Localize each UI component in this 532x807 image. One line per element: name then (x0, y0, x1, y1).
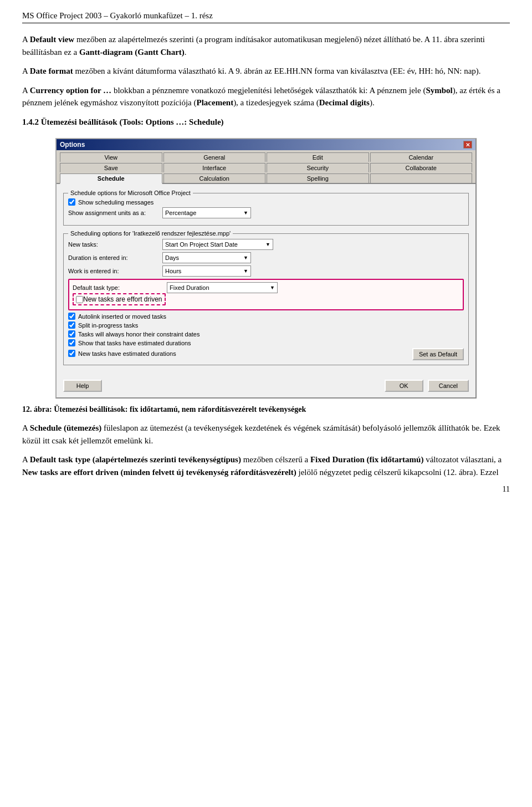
new-tasks-dropdown[interactable]: Start On Project Start Date ▼ (162, 239, 273, 250)
split-inprogress-checkbox[interactable] (68, 321, 75, 329)
dialog-wrapper: Options ✕ View General Edit Calendar Sav… (22, 138, 510, 399)
show-estimated-checkbox[interactable] (68, 339, 75, 346)
tab-spelling[interactable]: Spelling (267, 173, 369, 183)
tab-calculation[interactable]: Calculation (163, 173, 266, 183)
tab-collaborate[interactable]: Collaborate (370, 163, 473, 172)
page-title: MS Office Project 2003 – Gyakorló munkaf… (22, 11, 213, 20)
show-scheduling-messages-checkbox[interactable] (68, 198, 75, 206)
duration-dropdown[interactable]: Days ▼ (162, 252, 251, 263)
work-dropdown[interactable]: Hours ▼ (162, 265, 251, 277)
figure-caption: 12. ábra: Ütemezési beállítások: fix idő… (22, 405, 510, 414)
dialog-tabs: View General Edit Calendar Save Interfac… (57, 150, 475, 184)
paragraph-2: A Date format mezőben a kívánt dátumform… (22, 65, 510, 78)
duration-row: Duration is entered in: Days ▼ (68, 252, 464, 263)
autolink-row: Autolink inserted or moved tasks (68, 313, 464, 320)
dialog-footer: Help OK Cancel (57, 375, 475, 397)
section1-legend: Schedule options for Microsoft Office Pr… (68, 190, 193, 196)
new-tasks-arrow: ▼ (265, 242, 270, 247)
autolink-checkbox[interactable] (68, 313, 75, 320)
new-tasks-value: Start On Project Start Date (165, 241, 238, 248)
cancel-button[interactable]: Cancel (428, 380, 469, 392)
tab-general[interactable]: General (163, 152, 266, 162)
paragraph-default-task: A Default task type (alapértelmezés szer… (22, 453, 510, 478)
section-global-options: Schedule options for Microsoft Office Pr… (63, 190, 469, 226)
page-number: 11 (22, 485, 510, 494)
options-dialog: Options ✕ View General Edit Calendar Sav… (55, 138, 477, 399)
default-task-type-dropdown[interactable]: Fixed Duration ▼ (167, 282, 278, 293)
tab-schedule[interactable]: Schedule (60, 173, 162, 184)
autolink-label: Autolink inserted or moved tasks (78, 313, 166, 320)
footer-right-buttons: OK Cancel (385, 380, 469, 392)
assignment-units-arrow: ▼ (243, 210, 248, 216)
assignment-units-dropdown[interactable]: Percentage ▼ (162, 207, 251, 218)
new-tasks-estimated-checkbox[interactable] (68, 350, 75, 357)
split-inprogress-row: Split in-progress tasks (68, 321, 464, 329)
dialog-title: Options (60, 141, 85, 149)
default-task-type-value: Fixed Duration (170, 284, 209, 291)
dialog-titlebar: Options ✕ (57, 139, 475, 150)
ok-button[interactable]: OK (385, 380, 423, 392)
tab-interface[interactable]: Interface (163, 163, 266, 172)
new-tasks-label: New tasks: (68, 241, 162, 248)
tab-empty (370, 173, 473, 183)
default-task-type-highlighted: Default task type: Fixed Duration ▼ New … (68, 279, 464, 310)
tab-save[interactable]: Save (60, 163, 162, 172)
set-as-default-button[interactable]: Set as Default (412, 348, 464, 360)
work-arrow: ▼ (243, 268, 248, 274)
new-tasks-estimated-row: New tasks have estimated durations (68, 350, 176, 357)
work-label: Work is entered in: (68, 268, 162, 274)
show-estimated-label: Show that tasks have estimated durations (78, 340, 191, 346)
paragraph-1: A Default view mezőben az alapértelmezés… (22, 33, 510, 58)
assignment-units-value: Percentage (165, 210, 196, 216)
show-estimated-row: Show that tasks have estimated durations (68, 339, 464, 346)
section-project-options: Scheduling options for 'Iratkezelő rends… (63, 230, 469, 365)
assignment-units-label: Show assignment units as a: (68, 210, 162, 216)
dialog-body: Schedule options for Microsoft Office Pr… (57, 184, 475, 375)
section2-legend: Scheduling options for 'Iratkezelő rends… (68, 230, 233, 237)
honor-constraint-label: Tasks will always honor their constraint… (78, 331, 200, 338)
tab-security[interactable]: Security (267, 163, 369, 172)
effort-driven-highlighted: New tasks are effort driven (73, 293, 166, 305)
tab-edit[interactable]: Edit (267, 152, 369, 162)
default-task-type-label: Default task type: (73, 284, 167, 291)
default-task-type-row: Default task type: Fixed Duration ▼ (73, 282, 459, 293)
paragraph-currency: A Currency option for … blokkban a pénzn… (22, 84, 510, 109)
tab-view[interactable]: View (60, 152, 162, 162)
duration-arrow: ▼ (243, 255, 248, 261)
show-scheduling-messages-label: Show scheduling messages (78, 199, 154, 206)
help-button[interactable]: Help (63, 380, 102, 392)
effort-driven-checkbox[interactable] (76, 296, 83, 303)
section-heading: 1.4.2 Ütemezési beállítások (Tools: Opti… (22, 116, 510, 129)
tab-calendar[interactable]: Calendar (370, 152, 473, 162)
show-scheduling-messages-row: Show scheduling messages (68, 198, 464, 206)
honor-constraint-row: Tasks will always honor their constraint… (68, 330, 464, 338)
assignment-units-row: Show assignment units as a: Percentage ▼ (68, 207, 464, 218)
duration-label: Duration is entered in: (68, 254, 162, 261)
honor-constraint-checkbox[interactable] (68, 330, 75, 338)
page-header: MS Office Project 2003 – Gyakorló munkaf… (22, 11, 510, 23)
duration-value: Days (165, 254, 179, 261)
paragraph-schedule: A Schedule (ütemezés) füleslapon az ütem… (22, 422, 510, 447)
close-button[interactable]: ✕ (463, 141, 472, 149)
default-task-type-arrow: ▼ (270, 285, 275, 290)
work-value: Hours (165, 268, 181, 274)
new-tasks-row: New tasks: Start On Project Start Date ▼ (68, 239, 464, 250)
new-tasks-estimated-label: New tasks have estimated durations (78, 350, 176, 357)
split-inprogress-label: Split in-progress tasks (78, 322, 138, 329)
work-row: Work is entered in: Hours ▼ (68, 265, 464, 277)
effort-driven-label: New tasks are effort driven (83, 295, 162, 303)
